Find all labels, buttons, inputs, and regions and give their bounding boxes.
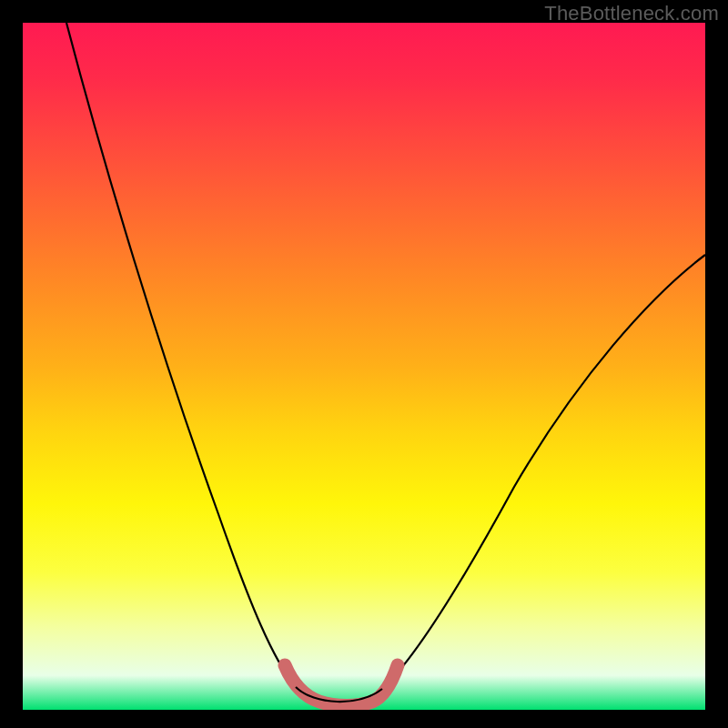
- bottleneck-curve-right: [382, 255, 705, 689]
- trough-highlight: [285, 665, 398, 706]
- chart-svg: [23, 23, 705, 710]
- bottleneck-curve-left: [66, 23, 296, 687]
- chart-plot-area: [23, 23, 705, 710]
